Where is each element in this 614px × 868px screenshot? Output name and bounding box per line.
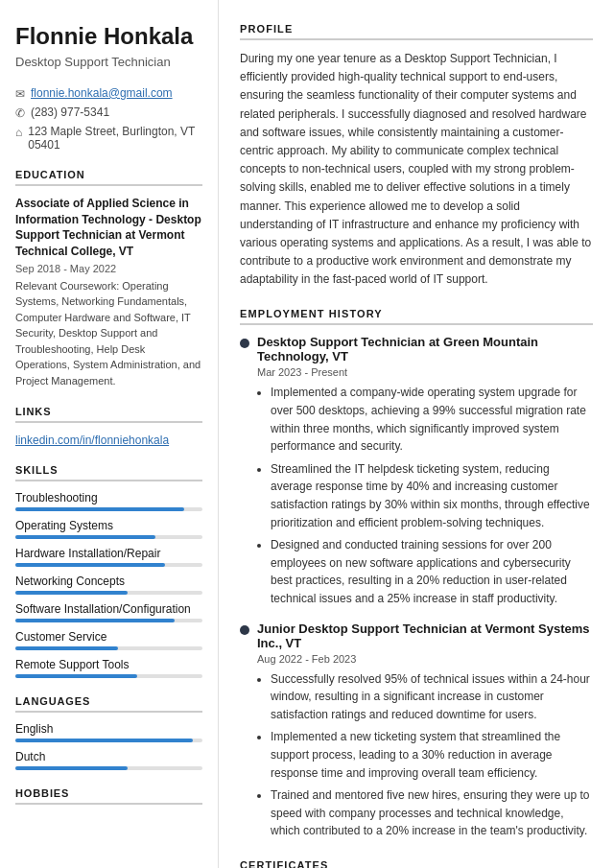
skills-section: SKILLS Troubleshooting Operating Systems… xyxy=(15,464,202,678)
job-bullet: Successfully resolved 95% of technical i… xyxy=(271,670,593,724)
profile-section: PROFILE During my one year tenure as a D… xyxy=(240,23,593,289)
skill-bar-bg xyxy=(15,619,202,622)
links-section: LINKS linkedin.com/in/flonniehonkala xyxy=(15,406,202,447)
skill-label: Remote Support Tools xyxy=(15,658,202,671)
skill-bar-bg xyxy=(15,507,202,511)
skill-label: Operating Systems xyxy=(15,519,202,532)
job-bullet: Trained and mentored five new hires, ens… xyxy=(271,786,593,840)
skill-bar-fill xyxy=(15,646,118,650)
contact-email: ✉ flonnie.honkala@gmail.com xyxy=(15,86,202,101)
language-bar-bg xyxy=(15,739,202,742)
job-date: Mar 2023 - Present xyxy=(257,366,593,378)
skill-item: Troubleshooting xyxy=(15,491,202,511)
job-title-text: Junior Desktop Support Technician at Ver… xyxy=(257,622,593,650)
job-title-text: Desktop Support Technician at Green Moun… xyxy=(257,335,593,364)
location-icon: ⌂ xyxy=(15,126,22,139)
skill-label: Customer Service xyxy=(15,630,202,644)
email-link[interactable]: flonnie.honkala@gmail.com xyxy=(31,86,173,100)
skill-item: Hardware Installation/Repair xyxy=(15,547,202,567)
skill-label: Troubleshooting xyxy=(15,491,202,504)
skill-bar-bg xyxy=(15,674,202,678)
skill-label: Software Installation/Configuration xyxy=(15,602,202,616)
job-bullets: Implemented a company-wide operating sys… xyxy=(257,384,593,607)
contact-address: ⌂ 123 Maple Street, Burlington, VT 05401 xyxy=(15,125,202,152)
skill-bar-bg xyxy=(15,563,202,567)
contact-phone: ✆ (283) 977-5341 xyxy=(15,106,202,120)
language-label: Dutch xyxy=(15,750,202,763)
edu-degree: Associate of Applied Science in Informat… xyxy=(15,196,202,260)
employment-section: EMPLOYMENT HISTORY Desktop Support Techn… xyxy=(240,308,593,839)
education-section: EDUCATION Associate of Applied Science i… xyxy=(15,169,202,389)
job-header: Junior Desktop Support Technician at Ver… xyxy=(240,622,593,650)
job-date: Aug 2022 - Feb 2023 xyxy=(257,653,593,665)
language-item: English xyxy=(15,722,202,742)
skill-label: Networking Concepts xyxy=(15,575,202,588)
job-entry: Desktop Support Technician at Green Moun… xyxy=(240,335,593,607)
profile-text: During my one year tenure as a Desktop S… xyxy=(240,50,593,289)
languages-title: LANGUAGES xyxy=(15,695,202,713)
profile-title: PROFILE xyxy=(240,23,593,40)
skill-item: Customer Service xyxy=(15,630,202,650)
languages-section: LANGUAGES English Dutch xyxy=(15,695,202,770)
linkedin-link[interactable]: linkedin.com/in/flonniehonkala xyxy=(15,434,169,447)
language-label: English xyxy=(15,722,202,736)
employment-title: EMPLOYMENT HISTORY xyxy=(240,308,593,325)
language-item: Dutch xyxy=(15,750,202,770)
candidate-name: Flonnie Honkala xyxy=(15,23,202,51)
linkedin-link-item: linkedin.com/in/flonniehonkala xyxy=(15,433,202,447)
job-dot xyxy=(240,339,249,348)
links-title: LINKS xyxy=(15,406,202,423)
hobbies-title: HOBBIES xyxy=(15,787,202,805)
job-bullet: Designed and conducted training sessions… xyxy=(271,536,593,607)
language-bar-bg xyxy=(15,766,202,770)
language-bar-fill xyxy=(15,739,193,742)
job-entry: Junior Desktop Support Technician at Ver… xyxy=(240,622,593,840)
candidate-title: Desktop Support Technician xyxy=(15,55,202,69)
email-icon: ✉ xyxy=(15,87,25,101)
phone-icon: ✆ xyxy=(15,106,25,120)
skill-bar-fill xyxy=(15,591,128,595)
skill-bar-bg xyxy=(15,646,202,650)
skill-bar-bg xyxy=(15,591,202,595)
job-bullet: Implemented a new ticketing system that … xyxy=(271,728,593,782)
skill-item: Networking Concepts xyxy=(15,575,202,595)
job-bullet: Implemented a company-wide operating sys… xyxy=(271,384,593,455)
language-bar-fill xyxy=(15,766,128,770)
certificates-title: CERTIFICATES xyxy=(240,859,593,868)
skill-bar-fill xyxy=(15,507,184,511)
edu-date: Sep 2018 - May 2022 xyxy=(15,263,202,274)
skill-item: Remote Support Tools xyxy=(15,658,202,678)
education-title: EDUCATION xyxy=(15,169,202,186)
hobbies-section: HOBBIES xyxy=(15,787,202,805)
skill-bar-fill xyxy=(15,563,165,567)
edu-coursework: Relevant Coursework: Operating Systems, … xyxy=(15,278,202,389)
job-bullet: Streamlined the IT helpdesk ticketing sy… xyxy=(271,460,593,531)
skill-bar-fill xyxy=(15,619,175,622)
job-dot xyxy=(240,625,249,635)
skill-bar-bg xyxy=(15,535,202,539)
skills-title: SKILLS xyxy=(15,464,202,481)
skill-label: Hardware Installation/Repair xyxy=(15,547,202,560)
skill-bar-fill xyxy=(15,674,137,678)
certificates-section: CERTIFICATES CompTIA A+ Certification Ma… xyxy=(240,859,593,868)
skill-item: Operating Systems xyxy=(15,519,202,539)
skill-item: Software Installation/Configuration xyxy=(15,602,202,622)
skill-bar-fill xyxy=(15,535,155,539)
job-bullets: Successfully resolved 95% of technical i… xyxy=(257,670,593,840)
job-header: Desktop Support Technician at Green Moun… xyxy=(240,335,593,364)
